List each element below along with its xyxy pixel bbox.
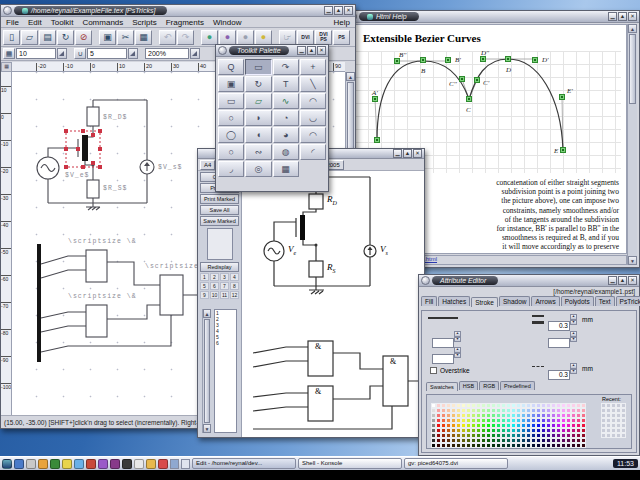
- maximize-button[interactable]: ▲: [307, 46, 316, 55]
- control-point[interactable]: [466, 96, 472, 102]
- scroll-down-icon[interactable]: ▼: [203, 424, 211, 433]
- copy-button[interactable]: ▣: [99, 30, 116, 45]
- small-arc-tool[interactable]: ◞: [218, 161, 244, 177]
- scroll-up-icon[interactable]: ▲: [346, 72, 355, 81]
- dvi-page-scrollbar[interactable]: ▲ ▼: [202, 309, 211, 433]
- page-number[interactable]: 10: [210, 291, 219, 299]
- edit-points-tool[interactable]: ↷: [273, 59, 299, 75]
- options-button[interactable]: ●: [255, 30, 272, 45]
- circle-tool[interactable]: ◯: [218, 127, 244, 143]
- pie-tool[interactable]: ◖: [245, 127, 271, 143]
- tab-pstricks[interactable]: PsTricks: [616, 296, 640, 306]
- page-number[interactable]: 5: [200, 282, 209, 290]
- launcher-icon[interactable]: [134, 459, 144, 469]
- open-arc-tool[interactable]: ◠: [300, 127, 326, 143]
- dvi-print-marked-button[interactable]: Print Marked: [200, 194, 239, 204]
- page-number[interactable]: 8: [230, 282, 239, 290]
- close-button[interactable]: ✕: [413, 149, 422, 158]
- spin-down-icon[interactable]: ▼: [454, 353, 461, 359]
- run-bitmap-button[interactable]: ●: [219, 30, 236, 45]
- control-point[interactable]: [374, 137, 380, 143]
- open-file-button[interactable]: ▱: [21, 30, 38, 45]
- dot-tool[interactable]: ◎: [245, 161, 271, 177]
- paper-size-chip[interactable]: A4: [200, 160, 215, 170]
- dvi-save-all-button[interactable]: Save All: [200, 205, 239, 215]
- tab-polydots[interactable]: Polydots: [561, 296, 594, 306]
- scrollbar-thumb[interactable]: [629, 34, 636, 104]
- dvi-page[interactable]: RD Ve Vs RS & & &: [242, 171, 424, 437]
- task-button[interactable]: gv: piced64075.dvi: [404, 458, 508, 469]
- paste-button[interactable]: ▦: [135, 30, 152, 45]
- menu-file[interactable]: File: [6, 18, 19, 27]
- spin-down-icon[interactable]: ▼: [570, 369, 577, 375]
- launcher-icon[interactable]: [62, 459, 72, 469]
- tab-text[interactable]: Text: [595, 296, 615, 306]
- maximize-button[interactable]: ▲: [334, 6, 343, 15]
- tab-hsb[interactable]: HSB: [459, 381, 478, 390]
- launcher-icon[interactable]: [98, 459, 108, 469]
- snap-step-input[interactable]: [87, 48, 127, 59]
- blob-tool[interactable]: ◕: [273, 127, 299, 143]
- ellipse-tool[interactable]: ○: [218, 110, 244, 126]
- closed-curve-tool[interactable]: ◔: [273, 110, 299, 126]
- page-number[interactable]: 3: [220, 273, 229, 281]
- page-list-item[interactable]: 6: [215, 340, 236, 346]
- text-tool[interactable]: T: [273, 76, 299, 92]
- menu-scripts[interactable]: Scripts: [132, 18, 156, 27]
- tab-arrows[interactable]: Arrows: [531, 296, 559, 306]
- closed-blob-tool[interactable]: ◍: [273, 144, 299, 160]
- attr-titlebar[interactable]: Attribute Editor ▁ ▲ ✕: [419, 275, 639, 287]
- control-point[interactable]: [559, 94, 565, 100]
- save-file-button[interactable]: ▤: [39, 30, 56, 45]
- minimize-button[interactable]: ▁: [324, 6, 333, 15]
- menu-fragments[interactable]: Fragments: [166, 18, 204, 27]
- control-point[interactable]: [445, 57, 451, 63]
- minimize-button[interactable]: ▁: [393, 149, 402, 158]
- scroll-up-icon[interactable]: ▲: [628, 24, 637, 33]
- rotate-tool[interactable]: ↻: [245, 76, 271, 92]
- redo-button[interactable]: ↷: [177, 30, 194, 45]
- zoom-input[interactable]: [145, 48, 189, 59]
- dvi-redisplay-button[interactable]: Redisplay: [200, 262, 239, 272]
- arc-chord-tool[interactable]: ◗: [245, 110, 271, 126]
- control-point[interactable]: [532, 57, 538, 63]
- attribute-editor-window[interactable]: Attribute Editor ▁ ▲ ✕ [/home/reynal/exa…: [418, 274, 640, 456]
- preview-button[interactable]: ☞: [279, 30, 296, 45]
- window-menu-icon[interactable]: [421, 276, 430, 285]
- tab-rgb[interactable]: RGB: [479, 381, 499, 390]
- gap-spinner-2[interactable]: ▲▼: [548, 331, 577, 349]
- parallelogram-tool[interactable]: ▱: [245, 93, 271, 109]
- minimize-button[interactable]: ▁: [608, 12, 617, 21]
- help-titlebar[interactable]: Html Help ▁ ▲ ✕: [346, 11, 639, 23]
- launcher-icon[interactable]: [38, 459, 48, 469]
- dash-input[interactable]: [432, 338, 454, 348]
- dvi-save-marked-button[interactable]: Save Marked: [200, 216, 239, 226]
- cut-button[interactable]: ✂: [117, 30, 134, 45]
- dvi-page-list[interactable]: 123456: [214, 309, 237, 433]
- tab-shadow[interactable]: Shadow: [499, 296, 531, 306]
- color-swatch[interactable]: [581, 443, 586, 448]
- gap-spinner[interactable]: ▲▼: [548, 363, 577, 381]
- launcher-icon[interactable]: [86, 459, 96, 469]
- spin-down-icon[interactable]: ▼: [570, 337, 577, 343]
- scroll-down-icon[interactable]: ▼: [628, 256, 637, 265]
- close-button[interactable]: ✕: [317, 46, 326, 55]
- k-menu-icon[interactable]: [2, 459, 12, 469]
- dvips-button[interactable]: DVIPS: [315, 30, 332, 45]
- launcher-icon[interactable]: [50, 459, 60, 469]
- quarter-arc-tool[interactable]: ◜: [300, 144, 326, 160]
- menu-toolkit[interactable]: Toolkit: [51, 18, 74, 27]
- minimize-button[interactable]: ▁: [297, 46, 306, 55]
- launcher-icon[interactable]: [74, 459, 84, 469]
- page-number[interactable]: 1: [200, 273, 209, 281]
- launcher-icon[interactable]: [26, 459, 36, 469]
- run-latex-button[interactable]: ●: [201, 30, 218, 45]
- snap-icon[interactable]: ∪: [74, 48, 86, 59]
- page-thumbnail[interactable]: [207, 228, 233, 260]
- maximize-button[interactable]: ▲: [618, 12, 627, 21]
- desktop-pager-2[interactable]: [181, 459, 190, 469]
- maximize-button[interactable]: ▲: [403, 149, 412, 158]
- control-point[interactable]: [459, 76, 465, 82]
- control-point[interactable]: [420, 57, 426, 63]
- fragment-tool[interactable]: ▦: [273, 161, 299, 177]
